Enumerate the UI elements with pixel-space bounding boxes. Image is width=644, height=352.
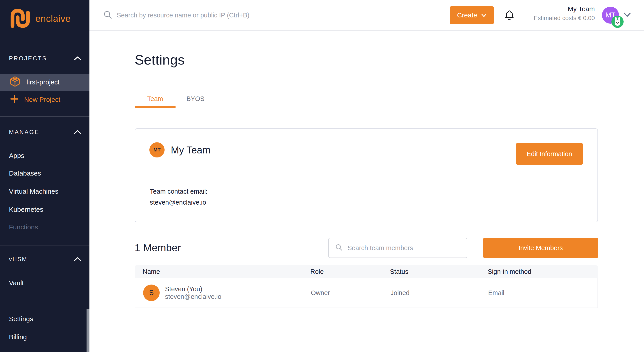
- member-signin: Email: [488, 289, 598, 297]
- notifications-bell-icon[interactable]: [504, 9, 515, 22]
- project-cube-icon: [9, 75, 21, 89]
- team-name: My Team: [171, 145, 211, 156]
- sidebar-divider: [0, 116, 90, 117]
- member-count-heading: 1 Member: [134, 242, 181, 254]
- sidebar: enclaive PROJECTS first-project New Proj…: [0, 0, 90, 352]
- member-status: Joined: [390, 289, 488, 297]
- member-search-input[interactable]: [348, 244, 467, 252]
- member-name: Steven (You): [165, 285, 222, 293]
- search-icon: [335, 243, 343, 252]
- sidebar-item-first-project[interactable]: first-project: [0, 74, 90, 91]
- account-summary[interactable]: My Team Estimated costs € 0.00: [534, 5, 595, 22]
- section-label-vhsm: vHSM: [9, 256, 28, 263]
- sidebar-divider: [0, 301, 90, 301]
- sidebar-item-settings[interactable]: Settings: [9, 315, 33, 323]
- tab-team[interactable]: Team: [135, 91, 176, 108]
- member-email: steven@enclaive.io: [165, 293, 222, 300]
- table-row[interactable]: S Steven (You) steven@enclaive.io Owner …: [134, 278, 598, 308]
- edit-information-button[interactable]: Edit Information: [516, 143, 583, 165]
- main-content: Settings Team BYOS MT My Team Edit Infor…: [90, 31, 644, 352]
- member-search: [328, 238, 467, 258]
- section-label-manage: MANAGE: [9, 129, 40, 136]
- sidebar-item-kubernetes[interactable]: Kubernetes: [9, 205, 43, 214]
- card-divider: [150, 175, 584, 175]
- team-avatar-initials: MT: [154, 147, 160, 153]
- team-avatar: MT: [149, 142, 164, 158]
- sidebar-divider: [0, 245, 90, 245]
- chevron-up-icon[interactable]: [74, 257, 82, 262]
- brand-name: enclaive: [35, 13, 71, 24]
- invite-members-button[interactable]: Invite Members: [483, 238, 598, 258]
- global-search-input[interactable]: [117, 12, 318, 19]
- sidebar-item-functions: Functions: [9, 223, 38, 231]
- account-team-name: My Team: [534, 5, 595, 13]
- sidebar-item-billing[interactable]: Billing: [9, 333, 27, 341]
- column-header-status: Status: [390, 268, 488, 275]
- mascot-badge-icon: [611, 16, 624, 28]
- sidebar-item-label: New Project: [24, 96, 60, 103]
- tab-byos[interactable]: BYOS: [176, 91, 215, 108]
- search-zoom-icon: [103, 10, 112, 20]
- sidebar-item-label: first-project: [26, 78, 60, 86]
- app-root: enclaive PROJECTS first-project New Proj…: [0, 0, 644, 352]
- page-title: Settings: [134, 52, 185, 68]
- plus-icon: [10, 94, 19, 105]
- brand-logo[interactable]: enclaive: [10, 8, 71, 29]
- enclaive-logo-icon: [10, 8, 30, 29]
- sidebar-item-apps[interactable]: Apps: [9, 152, 24, 160]
- chevron-up-icon[interactable]: [74, 56, 82, 61]
- member-name-cell: S Steven (You) steven@enclaive.io: [143, 285, 311, 301]
- global-search: [103, 0, 318, 30]
- create-button-label: Create: [457, 11, 477, 19]
- sidebar-item-virtual-machines[interactable]: Virtual Machines: [9, 187, 58, 196]
- section-label-projects: PROJECTS: [9, 55, 47, 62]
- member-avatar-initial: S: [149, 289, 154, 297]
- team-contact-email: steven@enclaive.io: [150, 199, 206, 206]
- chevron-down-icon: [481, 11, 486, 19]
- column-header-signin: Sign-in method: [488, 268, 598, 275]
- sidebar-item-vault[interactable]: Vault: [9, 279, 24, 287]
- account-estimated-costs: Estimated costs € 0.00: [534, 15, 595, 22]
- sidebar-item-new-project[interactable]: New Project: [10, 93, 60, 106]
- member-avatar: S: [143, 285, 160, 301]
- create-button[interactable]: Create: [450, 6, 494, 24]
- member-role: Owner: [311, 289, 390, 297]
- team-contact-label: Team contact email:: [150, 188, 208, 195]
- chevron-up-icon[interactable]: [74, 130, 82, 135]
- sidebar-item-databases[interactable]: Databases: [9, 169, 41, 177]
- column-header-name: Name: [143, 268, 310, 275]
- table-header: Name Role Status Sign-in method: [134, 265, 598, 278]
- members-table: Name Role Status Sign-in method S Steven…: [134, 265, 598, 308]
- topbar: Create My Team Estimated costs € 0.00 MT: [90, 0, 644, 31]
- column-header-role: Role: [310, 268, 390, 275]
- topbar-divider: [524, 8, 524, 22]
- chevron-down-icon[interactable]: [624, 12, 631, 17]
- tab-bar: Team BYOS: [135, 91, 215, 108]
- team-info-card: MT My Team Edit Information Team contact…: [134, 128, 598, 222]
- sidebar-scrollbar[interactable]: [86, 309, 90, 352]
